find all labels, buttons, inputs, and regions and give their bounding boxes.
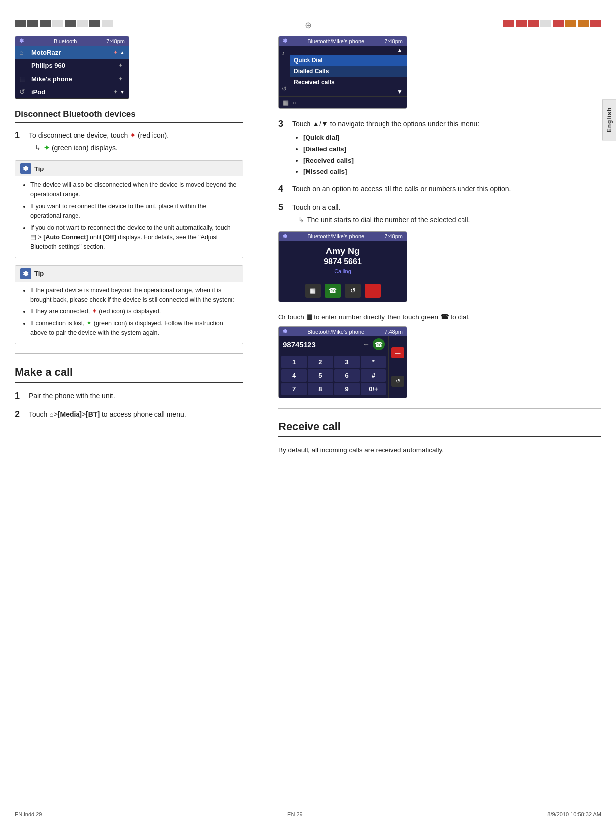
call-btn[interactable]: ☎ [325,284,341,298]
deco-sq-red [503,20,514,27]
calling-number: 9874 5661 [284,257,402,266]
dialpad-side-controls: — ↺ [388,336,407,398]
screen-left-icons: ♪ ↺ [279,46,290,96]
step-number: 4 [278,184,289,195]
key-2[interactable]: 2 [308,356,333,368]
key-9[interactable]: 9 [334,383,360,395]
file-info: EN.indd 29 [15,811,42,817]
backspace-icon[interactable]: ← [363,340,370,348]
tip-label: Tip [34,165,44,172]
step-text: Touch ⌂>[Media]>[BT] to access phone cal… [29,409,243,420]
keypad-btn[interactable]: ▦ [305,284,321,298]
step-text: Touch on a call. [292,202,601,213]
tip-label-2: Tip [34,270,44,277]
key-3[interactable]: 3 [334,356,360,368]
device-screen-dialpad: ✽ Bluetooth/Mike's phone 7:48pm 98745123… [278,326,407,398]
screen-time-2: 7:48pm [385,38,403,44]
left-column: ✽ Bluetooth 7:48pm ⌂ MotoRazr ✦ ▲ Philip… [15,36,253,808]
deco-strip-right [503,20,601,27]
calling-controls: ▦ ☎ ↺ — [279,281,407,302]
menu-items: ▲ Quick Dial Dialled Calls Received call… [290,46,407,96]
device-row-ipod[interactable]: ↺ iPod ✦ ▼ [15,85,129,99]
arrow-up-row: ▲ [290,46,407,55]
device-row-motorazr[interactable]: ⌂ MotoRazr ✦ ▲ [15,46,129,59]
screen-body: ⌂ MotoRazr ✦ ▲ Philips 960 ✦ ▤ Mike's ph… [15,46,129,99]
music-icon: ♪ [282,50,287,57]
deco-sq-red [590,20,601,27]
device-row-philips[interactable]: Philips 960 ✦ [15,59,129,72]
bullet-item: [Received calls] [303,155,601,167]
menu-text: Dialled Calls [294,68,403,75]
sub-text-5: The unit starts to dial the number of th… [307,215,470,225]
device-row-mikes-phone[interactable]: ▤ Mike's phone ✦ [15,72,129,85]
red-icon: ✦ [130,131,136,139]
menu-item-received-calls[interactable]: Received calls [290,77,407,87]
step-content: Touch on an option to access all the cal… [292,184,601,196]
end-call-btn[interactable]: — [365,284,381,298]
deco-sq [77,20,88,27]
arrow-sub-icon: ↳ [35,143,41,153]
page: ✽ Bluetooth 7:48pm ⌂ MotoRazr ✦ ▲ Philip… [0,0,616,840]
key-star[interactable]: * [361,356,386,368]
swap-icon: ↔ [292,99,298,106]
tip-body: The device will also be disconnected whe… [15,176,243,258]
deco-sq [540,20,551,27]
deco-strip-left [15,20,113,27]
menu-item-dialled-calls[interactable]: Dialled Calls [290,66,407,77]
menu-text: Quick Dial [294,57,403,64]
step-content: Touch ⌂>[Media]>[BT] to access phone cal… [29,409,243,421]
calling-status: Calling [284,268,402,274]
step-bullet-list: [Quick dial] [Dialled calls] [Received c… [292,132,601,178]
make-call-heading: Make a call [15,366,243,383]
dialpad-body: 98745123 ← ☎ 1 2 3 * 4 5 6 # [279,336,407,398]
step-number: 5 [278,202,289,213]
step-text: Touch on an option to access all the cal… [292,184,601,194]
key-8[interactable]: 8 [308,383,333,395]
screen-title-2: Bluetooth/Mike's phone [308,38,364,44]
bluetooth-icon-4: ✽ [283,328,287,335]
key-6[interactable]: 6 [334,369,360,382]
device-screen-calling: ✽ Bluetooth/Mike's phone 7:48pm Amy Ng 9… [278,231,407,302]
key-5[interactable]: 5 [308,369,333,382]
menu-item-quick-dial[interactable]: Quick Dial [290,55,407,66]
step-sub: ↳ ✦ (green icon) displays. [29,143,243,153]
tip-box-2: ✽ Tip If the paired device is moved beyo… [15,265,243,344]
step-2-call: 2 Touch ⌂>[Media]>[BT] to access phone c… [15,409,243,421]
calling-name: Amy Ng [284,246,402,256]
tip-list-2: If the paired device is moved beyond the… [21,286,237,338]
receive-text: By default, all incoming calls are recei… [278,445,601,456]
deco-sq [52,20,63,27]
key-1[interactable]: 1 [281,356,307,368]
deco-sq [27,20,38,27]
calling-body: Amy Ng 9874 5661 Calling [279,241,407,281]
device-name: iPod [31,88,113,96]
device-name: Mike's phone [31,75,118,83]
arrow-up: ▲ [397,47,403,54]
key-0[interactable]: 0/+ [361,383,386,395]
key-hash[interactable]: # [361,369,386,382]
calling-screen-title: Bluetooth/Mike's phone [308,233,364,239]
tip-item: If they are connected, ✦ (red icon) is d… [30,307,237,316]
end-call-side-btn[interactable]: — [391,347,404,358]
back-side-btn[interactable]: ↺ [391,376,404,387]
deco-sq [15,20,26,27]
step-number: 3 [278,119,289,130]
green-call-btn[interactable]: ☎ [373,338,385,350]
key-4[interactable]: 4 [281,369,307,382]
top-deco-bar [0,20,616,31]
arrow-down-icon: ▼ [120,89,125,95]
red-icon-inline: ✦ [92,308,97,315]
step-text: To disconnect one device, touch ✦ (red i… [29,130,243,141]
language-tab: English [602,99,616,140]
key-7[interactable]: 7 [281,383,307,395]
right-column: ✽ Bluetooth/Mike's phone 7:48pm ♪ ↺ ▲ [268,36,601,808]
page-footer: EN.indd 29 EN 29 8/9/2010 10:58:32 AM [0,808,616,820]
step-intro: Touch ▲/▼ to navigate through the option… [292,119,601,129]
screen-header-2: ✽ Bluetooth/Mike's phone 7:48pm [279,36,407,46]
bullet-item: [Dialled calls] [303,144,601,155]
step-content: Touch on a call. ↳ The unit starts to di… [292,202,601,225]
deco-sq-red [516,20,527,27]
crosshair-icon [303,20,313,31]
arrow-sub-icon: ↳ [298,215,304,225]
swap-btn[interactable]: ↺ [345,284,361,298]
